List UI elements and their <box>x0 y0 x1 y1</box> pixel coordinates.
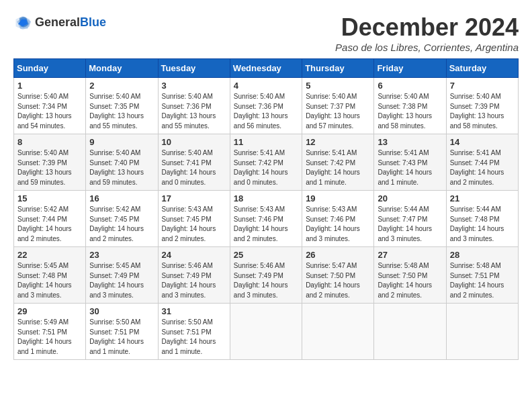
day-number: 7 <box>450 81 515 91</box>
weekday-header-saturday: Saturday <box>446 59 518 78</box>
day-number: 29 <box>17 306 82 316</box>
calendar-week-row: 29Sunrise: 5:49 AMSunset: 7:51 PMDayligh… <box>14 304 519 360</box>
day-number: 22 <box>17 250 82 260</box>
day-info: Sunrise: 5:48 AMSunset: 7:50 PMDaylight:… <box>378 261 442 300</box>
month-year-title: December 2024 <box>335 13 519 42</box>
calendar-day-cell: 14Sunrise: 5:41 AMSunset: 7:44 PMDayligh… <box>446 134 518 191</box>
day-info: Sunrise: 5:41 AMSunset: 7:42 PMDaylight:… <box>306 148 370 187</box>
calendar-week-row: 15Sunrise: 5:42 AMSunset: 7:44 PMDayligh… <box>14 191 519 247</box>
calendar-day-cell: 28Sunrise: 5:48 AMSunset: 7:51 PMDayligh… <box>446 247 518 304</box>
day-number: 17 <box>162 193 226 203</box>
weekday-header-monday: Monday <box>86 59 158 78</box>
day-info: Sunrise: 5:40 AMSunset: 7:35 PMDaylight:… <box>89 92 154 131</box>
calendar-day-cell: 6Sunrise: 5:40 AMSunset: 7:38 PMDaylight… <box>374 78 446 134</box>
calendar-week-row: 1Sunrise: 5:40 AMSunset: 7:34 PMDaylight… <box>14 78 519 134</box>
calendar-day-cell: 10Sunrise: 5:40 AMSunset: 7:41 PMDayligh… <box>158 134 230 191</box>
logo-text: GeneralBlue <box>35 16 106 30</box>
day-number: 19 <box>306 193 370 203</box>
day-number: 27 <box>378 250 442 260</box>
day-info: Sunrise: 5:44 AMSunset: 7:47 PMDaylight:… <box>378 205 442 244</box>
calendar-day-cell: 31Sunrise: 5:50 AMSunset: 7:51 PMDayligh… <box>158 304 230 360</box>
calendar-day-cell: 25Sunrise: 5:46 AMSunset: 7:49 PMDayligh… <box>230 247 302 304</box>
day-info: Sunrise: 5:41 AMSunset: 7:42 PMDaylight:… <box>234 148 298 187</box>
day-info: Sunrise: 5:41 AMSunset: 7:43 PMDaylight:… <box>378 148 442 187</box>
day-number: 21 <box>450 193 515 203</box>
day-number: 26 <box>306 250 370 260</box>
day-info: Sunrise: 5:48 AMSunset: 7:51 PMDaylight:… <box>450 261 515 300</box>
day-number: 12 <box>306 137 370 147</box>
day-info: Sunrise: 5:50 AMSunset: 7:51 PMDaylight:… <box>89 318 154 357</box>
logo: GeneralBlue <box>13 13 106 32</box>
day-info: Sunrise: 5:40 AMSunset: 7:40 PMDaylight:… <box>89 148 154 187</box>
calendar-day-cell <box>446 304 518 360</box>
calendar-day-cell: 17Sunrise: 5:43 AMSunset: 7:45 PMDayligh… <box>158 191 230 247</box>
day-number: 16 <box>89 193 154 203</box>
day-number: 3 <box>162 81 226 91</box>
title-area: December 2024 Paso de los Libres, Corrie… <box>335 13 519 53</box>
day-number: 15 <box>17 193 82 203</box>
day-number: 24 <box>162 250 226 260</box>
calendar-day-cell: 15Sunrise: 5:42 AMSunset: 7:44 PMDayligh… <box>14 191 86 247</box>
calendar-day-cell: 19Sunrise: 5:43 AMSunset: 7:46 PMDayligh… <box>302 191 374 247</box>
day-info: Sunrise: 5:42 AMSunset: 7:44 PMDaylight:… <box>17 205 82 244</box>
calendar-day-cell: 22Sunrise: 5:45 AMSunset: 7:48 PMDayligh… <box>14 247 86 304</box>
day-number: 9 <box>89 137 154 147</box>
day-info: Sunrise: 5:40 AMSunset: 7:38 PMDaylight:… <box>378 92 442 131</box>
day-number: 10 <box>162 137 226 147</box>
day-info: Sunrise: 5:45 AMSunset: 7:49 PMDaylight:… <box>89 261 154 300</box>
day-info: Sunrise: 5:44 AMSunset: 7:48 PMDaylight:… <box>450 205 515 244</box>
calendar-day-cell: 2Sunrise: 5:40 AMSunset: 7:35 PMDaylight… <box>86 78 158 134</box>
weekday-header-row: SundayMondayTuesdayWednesdayThursdayFrid… <box>14 59 519 78</box>
day-info: Sunrise: 5:49 AMSunset: 7:51 PMDaylight:… <box>17 318 82 357</box>
calendar-day-cell: 8Sunrise: 5:40 AMSunset: 7:39 PMDaylight… <box>14 134 86 191</box>
day-info: Sunrise: 5:41 AMSunset: 7:44 PMDaylight:… <box>450 148 515 187</box>
day-number: 4 <box>234 81 298 91</box>
calendar-day-cell: 5Sunrise: 5:40 AMSunset: 7:37 PMDaylight… <box>302 78 374 134</box>
calendar-day-cell: 21Sunrise: 5:44 AMSunset: 7:48 PMDayligh… <box>446 191 518 247</box>
day-info: Sunrise: 5:40 AMSunset: 7:36 PMDaylight:… <box>162 92 226 131</box>
day-info: Sunrise: 5:40 AMSunset: 7:37 PMDaylight:… <box>306 92 370 131</box>
calendar-day-cell: 12Sunrise: 5:41 AMSunset: 7:42 PMDayligh… <box>302 134 374 191</box>
day-number: 14 <box>450 137 515 147</box>
day-info: Sunrise: 5:40 AMSunset: 7:36 PMDaylight:… <box>234 92 298 131</box>
weekday-header-sunday: Sunday <box>14 59 86 78</box>
day-info: Sunrise: 5:40 AMSunset: 7:41 PMDaylight:… <box>162 148 226 187</box>
calendar-day-cell <box>374 304 446 360</box>
day-number: 28 <box>450 250 515 260</box>
day-number: 13 <box>378 137 442 147</box>
calendar-day-cell: 24Sunrise: 5:46 AMSunset: 7:49 PMDayligh… <box>158 247 230 304</box>
calendar-day-cell: 11Sunrise: 5:41 AMSunset: 7:42 PMDayligh… <box>230 134 302 191</box>
day-number: 18 <box>234 193 298 203</box>
calendar-day-cell: 23Sunrise: 5:45 AMSunset: 7:49 PMDayligh… <box>86 247 158 304</box>
calendar-day-cell <box>302 304 374 360</box>
day-info: Sunrise: 5:46 AMSunset: 7:49 PMDaylight:… <box>234 261 298 300</box>
calendar-day-cell: 4Sunrise: 5:40 AMSunset: 7:36 PMDaylight… <box>230 78 302 134</box>
calendar-day-cell: 26Sunrise: 5:47 AMSunset: 7:50 PMDayligh… <box>302 247 374 304</box>
day-number: 11 <box>234 137 298 147</box>
calendar-week-row: 8Sunrise: 5:40 AMSunset: 7:39 PMDaylight… <box>14 134 519 191</box>
calendar-day-cell: 30Sunrise: 5:50 AMSunset: 7:51 PMDayligh… <box>86 304 158 360</box>
day-number: 1 <box>17 81 82 91</box>
day-info: Sunrise: 5:45 AMSunset: 7:48 PMDaylight:… <box>17 261 82 300</box>
calendar-day-cell: 3Sunrise: 5:40 AMSunset: 7:36 PMDaylight… <box>158 78 230 134</box>
calendar-day-cell: 16Sunrise: 5:42 AMSunset: 7:45 PMDayligh… <box>86 191 158 247</box>
weekday-header-tuesday: Tuesday <box>158 59 230 78</box>
day-info: Sunrise: 5:40 AMSunset: 7:39 PMDaylight:… <box>17 148 82 187</box>
day-number: 20 <box>378 193 442 203</box>
day-number: 2 <box>89 81 154 91</box>
calendar-day-cell: 27Sunrise: 5:48 AMSunset: 7:50 PMDayligh… <box>374 247 446 304</box>
day-info: Sunrise: 5:42 AMSunset: 7:45 PMDaylight:… <box>89 205 154 244</box>
day-info: Sunrise: 5:40 AMSunset: 7:34 PMDaylight:… <box>17 92 82 131</box>
calendar-day-cell: 9Sunrise: 5:40 AMSunset: 7:40 PMDaylight… <box>86 134 158 191</box>
location-subtitle: Paso de los Libres, Corrientes, Argentin… <box>335 42 519 53</box>
day-number: 5 <box>306 81 370 91</box>
day-number: 31 <box>162 306 226 316</box>
day-number: 25 <box>234 250 298 260</box>
calendar-day-cell <box>230 304 302 360</box>
day-info: Sunrise: 5:43 AMSunset: 7:46 PMDaylight:… <box>306 205 370 244</box>
calendar-day-cell: 18Sunrise: 5:43 AMSunset: 7:46 PMDayligh… <box>230 191 302 247</box>
weekday-header-thursday: Thursday <box>302 59 374 78</box>
calendar-day-cell: 7Sunrise: 5:40 AMSunset: 7:39 PMDaylight… <box>446 78 518 134</box>
day-info: Sunrise: 5:43 AMSunset: 7:46 PMDaylight:… <box>234 205 298 244</box>
day-info: Sunrise: 5:43 AMSunset: 7:45 PMDaylight:… <box>162 205 226 244</box>
